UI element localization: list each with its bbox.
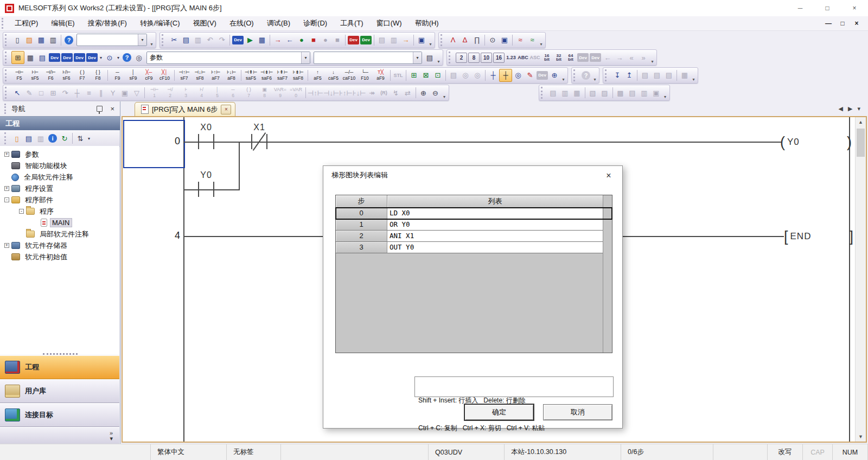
pointer-branch-button[interactable]: ↠ bbox=[366, 87, 378, 99]
tab-scroll-left-icon[interactable]: ◀ bbox=[839, 105, 843, 112]
new-project-button[interactable]: ▯ bbox=[11, 34, 23, 46]
open-project-button[interactable]: ▨ bbox=[23, 34, 35, 46]
statement-list-up-button[interactable]: ↥ bbox=[623, 69, 635, 81]
contact-y0[interactable] bbox=[198, 182, 214, 197]
toolbar-overflow-button[interactable]: ▾ bbox=[538, 42, 544, 48]
device-comment-display-button[interactable]: Dev bbox=[49, 53, 60, 62]
toolbar-grip[interactable] bbox=[541, 87, 545, 99]
device-watch-caret[interactable]: ▾ bbox=[98, 52, 104, 63]
tab-close-button[interactable]: × bbox=[221, 105, 231, 114]
pulse-down-button[interactable]: ⊣↓⊢ bbox=[323, 87, 339, 99]
nav-bottom-strip[interactable]: » ▾ bbox=[0, 427, 119, 444]
toolbar-grip[interactable] bbox=[162, 34, 166, 46]
menu-help[interactable]: 帮助(H) bbox=[409, 18, 445, 28]
tree-item-pou[interactable]: -程序部件 bbox=[0, 194, 119, 206]
open-contact-button[interactable]: ⊣⊢F5 bbox=[11, 68, 27, 82]
find-device-caret[interactable]: ▾ bbox=[116, 52, 121, 63]
table-row[interactable]: 3OUT Y0 bbox=[336, 242, 612, 253]
tree-item-global-device-comment[interactable]: 全局软元件注释 bbox=[0, 171, 119, 183]
toolbar-grip[interactable] bbox=[441, 34, 445, 46]
document-gray-button[interactable]: ▤ bbox=[448, 69, 459, 81]
close-contact-button[interactable]: ⊣/⊢F6 bbox=[43, 68, 59, 82]
find-in-document-button[interactable]: ▤ bbox=[424, 52, 436, 63]
contact-x0[interactable] bbox=[198, 134, 214, 149]
coil-button[interactable]: ( )F7 bbox=[74, 68, 90, 82]
step-execution-button[interactable]: ▥ bbox=[388, 34, 400, 46]
sampling-trace-button[interactable]: Λ bbox=[447, 34, 459, 46]
menu-grip[interactable] bbox=[2, 18, 6, 29]
menu-debug[interactable]: 调试(B) bbox=[260, 18, 297, 28]
jump-button[interactable]: → bbox=[400, 34, 412, 46]
edit-symbol-1-button[interactable]: ⊣⊢1 bbox=[146, 86, 162, 100]
edit-symbol-0-button[interactable]: =VAR0 bbox=[288, 86, 304, 100]
open-branch-button[interactable]: ⊦⊢sF5 bbox=[27, 68, 43, 82]
toolbar-overflow-button[interactable]: ▾ bbox=[436, 59, 442, 65]
context-help-button[interactable]: ? bbox=[582, 71, 590, 80]
watch-start-button[interactable]: ● bbox=[320, 34, 331, 46]
device-jump-button[interactable]: ↷ bbox=[59, 87, 71, 99]
sort-caret[interactable]: ▾ bbox=[86, 132, 92, 144]
delete-horizontal-line-button[interactable]: ╳─cF9 bbox=[141, 68, 157, 82]
vertical-scrollbar[interactable]: ▲ ▼ bbox=[855, 117, 866, 442]
monitor-mode-button[interactable]: Dev bbox=[537, 71, 548, 80]
nav-close-icon[interactable]: × bbox=[110, 105, 114, 113]
data-property-button[interactable]: i bbox=[48, 134, 57, 143]
display-32bit-button[interactable]: 32 bit bbox=[553, 52, 565, 63]
device-skip-back-button[interactable]: Dev bbox=[577, 53, 589, 62]
table-row[interactable]: 0LD X0 bbox=[336, 208, 612, 219]
line-edit-mode-button[interactable]: ┼ bbox=[499, 69, 512, 82]
tree-item-device-memory[interactable]: +软元件存储器 bbox=[0, 240, 119, 251]
toolbar-grip[interactable] bbox=[573, 69, 578, 81]
branch-line-button[interactable]: └─F10 bbox=[357, 68, 373, 82]
device-watch-button[interactable]: Dev bbox=[86, 53, 98, 62]
device-hw-button[interactable]: ▦ bbox=[256, 34, 268, 46]
delete-vertical-line-button[interactable]: ╳│cF10 bbox=[157, 68, 173, 82]
edit-symbol-5-button[interactable]: │5 bbox=[209, 86, 225, 100]
save-project-button[interactable]: ▦ bbox=[35, 34, 47, 46]
connect-line-button[interactable]: ┼ bbox=[487, 69, 499, 81]
zoom-out-button[interactable]: ⊖ bbox=[430, 87, 442, 99]
display-decimal-button[interactable]: 10 bbox=[481, 53, 492, 63]
close-button[interactable]: × bbox=[841, 0, 868, 16]
note-batch-button[interactable]: ▥ bbox=[639, 87, 650, 99]
tree-item-main[interactable]: MAIN bbox=[0, 217, 119, 228]
end-instruction[interactable]: [ END ] bbox=[784, 227, 853, 246]
edit-symbol-9-button[interactable]: VAR=9 bbox=[272, 86, 288, 100]
rising-pulse-close-branch-button[interactable]: ⊦⇞⊢saF7 bbox=[275, 68, 290, 82]
maximize-restore-button[interactable]: □ bbox=[814, 0, 841, 16]
menu-diagnostics[interactable]: 诊断(D) bbox=[297, 18, 334, 28]
cross-reference-button[interactable]: ◎ bbox=[133, 52, 145, 63]
wrap-source-button[interactable]: ↯ bbox=[390, 87, 402, 99]
ladder-block-insert-button[interactable]: ⊞ bbox=[408, 69, 420, 81]
toolbar-overflow-button[interactable]: ▾ bbox=[592, 77, 598, 83]
toolbar-grip[interactable] bbox=[4, 132, 9, 144]
tree-item-program-setting[interactable]: +程序设置 bbox=[0, 183, 119, 194]
module-configuration-button[interactable]: ▦ bbox=[24, 52, 36, 63]
display-real-button[interactable]: 1.23 bbox=[505, 52, 517, 63]
monitor-stop-button[interactable]: ■ bbox=[308, 34, 320, 46]
device-skip-forward-button[interactable]: Dev bbox=[590, 53, 601, 62]
pin-icon[interactable] bbox=[97, 106, 103, 112]
stl-button[interactable]: STL bbox=[392, 69, 404, 81]
print-button[interactable]: ▥ bbox=[47, 34, 59, 46]
device-batch-button[interactable]: Dev bbox=[74, 53, 85, 62]
tree-item-intelligent-module[interactable]: 智能功能模块 bbox=[0, 160, 119, 171]
toolbar-overflow-button[interactable]: ▾ bbox=[649, 59, 655, 65]
monitor-cell-button[interactable]: ▣ bbox=[119, 87, 131, 99]
nav-button-project[interactable]: 工程 bbox=[0, 355, 119, 379]
vertical-line-button[interactable]: │sF9 bbox=[125, 68, 141, 82]
statement-list-down-button[interactable]: ↧ bbox=[611, 69, 623, 81]
display-abc-button[interactable]: ABC bbox=[517, 52, 529, 63]
toolbar-overflow-button[interactable]: ▾ bbox=[149, 42, 155, 48]
display-hexadecimal-button[interactable]: 16 bbox=[493, 53, 505, 63]
device-comment-button[interactable]: Dev bbox=[232, 36, 244, 44]
align-vertical-button[interactable]: ≡ bbox=[83, 87, 95, 99]
instruction-cell[interactable]: OR Y0 bbox=[387, 219, 603, 231]
previous-device-button[interactable]: ← bbox=[602, 52, 614, 63]
trend-graph-green-button[interactable]: ≈ bbox=[526, 34, 538, 46]
undo-button[interactable]: ↶ bbox=[204, 34, 216, 46]
find-value-combo[interactable]: ▾ bbox=[314, 52, 422, 64]
scrollbar-thumb[interactable] bbox=[857, 129, 865, 157]
statement-batch-button[interactable]: ▤ bbox=[627, 87, 639, 99]
menu-online[interactable]: 在线(O) bbox=[223, 18, 260, 28]
